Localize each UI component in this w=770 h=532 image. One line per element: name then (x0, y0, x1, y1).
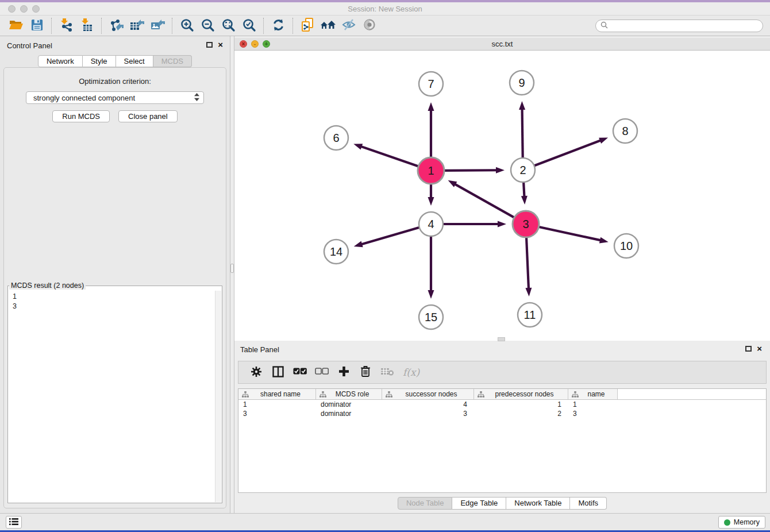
graph-node-1[interactable]: 1 (418, 157, 444, 184)
cell-shared-name[interactable]: 1 (238, 400, 316, 409)
cell-name[interactable]: 3 (568, 409, 618, 418)
export-image-icon (150, 17, 165, 34)
table-options-button[interactable] (248, 364, 265, 381)
cell-shared-name[interactable]: 3 (238, 409, 316, 418)
function-builder-button[interactable]: f(x) (403, 367, 419, 378)
arrowhead-4-15 (428, 290, 434, 299)
hide-selected-button[interactable] (340, 17, 357, 34)
float-window-icon[interactable] (206, 42, 213, 48)
graph-node-10[interactable]: 10 (614, 234, 638, 258)
edge-2-9[interactable] (522, 108, 523, 160)
search-input[interactable] (611, 21, 758, 30)
task-history-button[interactable] (6, 516, 22, 529)
column-label: name (579, 390, 617, 398)
close-icon[interactable]: × (757, 344, 762, 353)
edge-3-10[interactable] (537, 226, 602, 240)
save-session-button[interactable] (28, 17, 45, 34)
zoom-out-icon (201, 18, 215, 34)
column-header-successor-nodes[interactable]: successor nodes (382, 389, 474, 399)
graph-node-7[interactable]: 7 (419, 72, 443, 96)
column-type-icon (572, 391, 579, 398)
cell-MCDS-role[interactable]: dominator (316, 400, 382, 409)
graph-node-6[interactable]: 6 (324, 126, 348, 150)
column-label: successor nodes (392, 390, 473, 398)
tab-edge-table[interactable]: Edge Table (452, 497, 506, 510)
optimization-criterion-select[interactable]: strongly connected component (26, 91, 204, 104)
delete-columns-button[interactable] (357, 364, 374, 381)
zoom-in-button[interactable] (178, 17, 195, 34)
tab-style[interactable]: Style (83, 55, 116, 67)
svg-text:14: 14 (330, 245, 342, 258)
export-network-button[interactable] (107, 17, 125, 34)
apply-layout-button[interactable] (270, 17, 287, 34)
graph-node-3[interactable]: 3 (513, 211, 539, 237)
clone-network-button[interactable] (299, 17, 316, 34)
table-row[interactable]: 3dominator323 (238, 409, 766, 418)
tab-network-table[interactable]: Network Table (506, 497, 570, 510)
horizontal-splitter-handle[interactable] (498, 337, 505, 341)
show-all-columns-button[interactable] (291, 364, 309, 381)
tab-mcds[interactable]: MCDS (153, 55, 192, 67)
create-column-button[interactable] (335, 364, 352, 381)
float-window-icon[interactable] (745, 346, 752, 352)
mcds-result-list: 13 (9, 291, 215, 502)
arrowhead-1-6 (353, 144, 363, 149)
split-panel-button[interactable] (270, 364, 287, 381)
tab-select[interactable]: Select (116, 55, 153, 67)
column-header-MCDS-role[interactable]: MCDS role (316, 389, 382, 399)
zoom-fit-icon (221, 18, 236, 34)
edge-3-1[interactable] (454, 184, 516, 219)
graph-node-11[interactable]: 11 (518, 303, 542, 327)
tab-node-table[interactable]: Node Table (398, 497, 453, 510)
table-row[interactable]: 1dominator411 (238, 400, 766, 409)
trash-icon (360, 365, 371, 379)
cell-MCDS-role[interactable]: dominator (316, 409, 382, 418)
cell-predecessor-nodes[interactable]: 1 (474, 400, 568, 409)
column-header-predecessor-nodes[interactable]: predecessor nodes (474, 389, 568, 399)
control-panel: Control Panel × NetworkStyleSelectMCDS O… (0, 36, 230, 513)
splitter-handle[interactable] (230, 264, 234, 273)
memory-button[interactable]: Memory (718, 516, 765, 529)
export-image-button[interactable] (149, 17, 166, 34)
edge-2-8[interactable] (533, 140, 602, 167)
graph-node-2[interactable]: 2 (511, 158, 535, 182)
scrollbar[interactable] (215, 291, 221, 502)
edge-4-14[interactable] (360, 227, 421, 245)
graph-node-8[interactable]: 8 (613, 119, 637, 143)
close-panel-button[interactable]: Close panel (118, 110, 178, 122)
graph-node-15[interactable]: 15 (419, 305, 443, 329)
show-all-button[interactable] (361, 17, 378, 34)
graph-node-9[interactable]: 9 (510, 71, 534, 95)
network-canvas[interactable]: 7968124314101511 (234, 51, 770, 340)
cell-predecessor-nodes[interactable]: 2 (474, 409, 568, 418)
svg-text:1: 1 (428, 164, 434, 177)
tab-motifs[interactable]: Motifs (570, 497, 607, 510)
column-header-shared-name[interactable]: shared name (238, 389, 316, 399)
tab-network[interactable]: Network (38, 55, 83, 67)
import-table-button[interactable] (78, 17, 95, 34)
edge-3-11[interactable] (526, 236, 529, 290)
hide-all-columns-button[interactable] (313, 364, 330, 381)
toolbar-separator (101, 18, 102, 34)
open-session-button[interactable] (7, 17, 25, 34)
cell-name[interactable]: 1 (568, 400, 618, 409)
delete-table-button[interactable] (379, 364, 396, 381)
edge-2-3[interactable] (523, 180, 525, 198)
import-network-button[interactable] (57, 17, 75, 34)
export-table-button[interactable] (128, 17, 145, 34)
zoom-fit-button[interactable] (220, 17, 237, 34)
close-icon[interactable]: × (218, 40, 223, 49)
edge-1-2[interactable] (442, 170, 498, 171)
zoom-out-button[interactable] (199, 17, 216, 34)
cell-successor-nodes[interactable]: 3 (382, 409, 474, 418)
graph-node-14[interactable]: 14 (324, 240, 348, 264)
first-neighbors-button[interactable] (319, 17, 337, 34)
run-mcds-button[interactable]: Run MCDS (52, 110, 110, 122)
column-header-name[interactable]: name (568, 389, 618, 399)
edge-1-6[interactable] (360, 146, 421, 167)
task-list-icon (9, 518, 18, 527)
panel-splitter[interactable] (230, 36, 234, 513)
cell-successor-nodes[interactable]: 4 (382, 400, 474, 409)
zoom-selected-button[interactable] (240, 17, 257, 34)
graph-node-4[interactable]: 4 (419, 212, 443, 236)
